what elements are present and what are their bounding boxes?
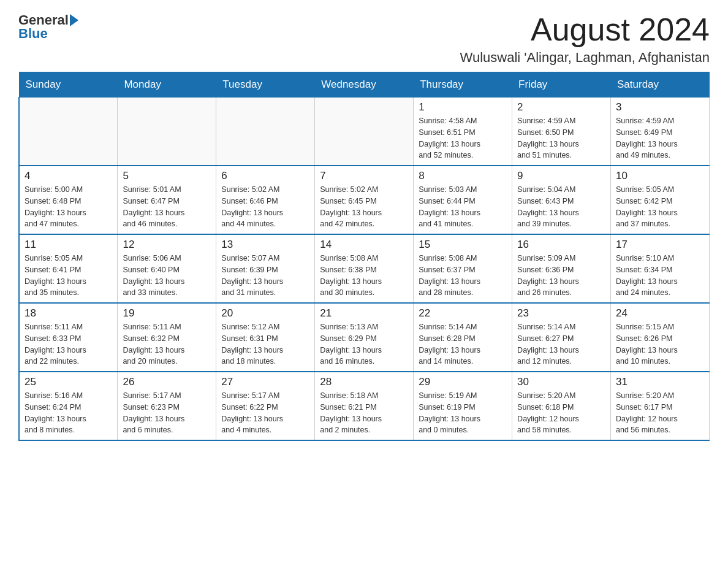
calendar-cell <box>118 98 216 166</box>
col-header-monday: Monday <box>118 72 216 98</box>
title-area: August 2024 Wuluswali 'Alingar, Laghman,… <box>460 12 710 66</box>
day-info: Sunrise: 5:17 AM Sunset: 6:23 PM Dayligh… <box>123 390 211 436</box>
day-info: Sunrise: 5:17 AM Sunset: 6:22 PM Dayligh… <box>221 390 309 436</box>
calendar-cell: 4Sunrise: 5:00 AM Sunset: 6:48 PM Daylig… <box>19 166 118 234</box>
day-number: 20 <box>221 307 309 320</box>
calendar-cell: 13Sunrise: 5:07 AM Sunset: 6:39 PM Dayli… <box>216 234 315 303</box>
day-number: 25 <box>25 376 112 388</box>
calendar-cell: 21Sunrise: 5:13 AM Sunset: 6:29 PM Dayli… <box>315 303 414 372</box>
calendar-cell: 15Sunrise: 5:08 AM Sunset: 6:37 PM Dayli… <box>414 234 512 303</box>
week-row-5: 25Sunrise: 5:16 AM Sunset: 6:24 PM Dayli… <box>19 372 710 440</box>
calendar-cell: 27Sunrise: 5:17 AM Sunset: 6:22 PM Dayli… <box>216 372 315 440</box>
day-info: Sunrise: 5:20 AM Sunset: 6:17 PM Dayligh… <box>616 390 704 436</box>
day-number: 29 <box>419 376 507 388</box>
calendar-cell: 17Sunrise: 5:10 AM Sunset: 6:34 PM Dayli… <box>611 234 710 303</box>
day-info: Sunrise: 5:08 AM Sunset: 6:38 PM Dayligh… <box>320 253 408 299</box>
day-number: 9 <box>517 170 605 182</box>
day-number: 17 <box>616 239 704 251</box>
calendar-cell: 30Sunrise: 5:20 AM Sunset: 6:18 PM Dayli… <box>512 372 611 440</box>
calendar-cell: 24Sunrise: 5:15 AM Sunset: 6:26 PM Dayli… <box>611 303 710 372</box>
day-info: Sunrise: 5:11 AM Sunset: 6:33 PM Dayligh… <box>25 321 112 367</box>
calendar-cell: 7Sunrise: 5:02 AM Sunset: 6:45 PM Daylig… <box>315 166 414 234</box>
day-number: 5 <box>123 170 211 182</box>
day-info: Sunrise: 5:01 AM Sunset: 6:47 PM Dayligh… <box>123 184 211 230</box>
day-info: Sunrise: 5:02 AM Sunset: 6:46 PM Dayligh… <box>221 184 309 230</box>
day-info: Sunrise: 5:06 AM Sunset: 6:40 PM Dayligh… <box>123 253 211 299</box>
calendar-cell: 25Sunrise: 5:16 AM Sunset: 6:24 PM Dayli… <box>19 372 118 440</box>
day-number: 26 <box>123 376 211 388</box>
day-number: 15 <box>419 239 507 251</box>
calendar-cell: 20Sunrise: 5:12 AM Sunset: 6:31 PM Dayli… <box>216 303 315 372</box>
calendar-cell: 18Sunrise: 5:11 AM Sunset: 6:33 PM Dayli… <box>19 303 118 372</box>
day-number: 22 <box>419 307 507 320</box>
day-info: Sunrise: 5:00 AM Sunset: 6:48 PM Dayligh… <box>25 184 112 230</box>
month-title: August 2024 <box>460 12 710 47</box>
day-info: Sunrise: 5:08 AM Sunset: 6:37 PM Dayligh… <box>419 253 507 299</box>
week-row-3: 11Sunrise: 5:05 AM Sunset: 6:41 PM Dayli… <box>19 234 710 303</box>
day-info: Sunrise: 5:07 AM Sunset: 6:39 PM Dayligh… <box>221 253 309 299</box>
calendar-cell: 1Sunrise: 4:58 AM Sunset: 6:51 PM Daylig… <box>414 98 512 166</box>
day-info: Sunrise: 5:02 AM Sunset: 6:45 PM Dayligh… <box>320 184 408 230</box>
calendar-cell: 29Sunrise: 5:19 AM Sunset: 6:19 PM Dayli… <box>414 372 512 440</box>
calendar-cell: 11Sunrise: 5:05 AM Sunset: 6:41 PM Dayli… <box>19 234 118 303</box>
day-info: Sunrise: 5:12 AM Sunset: 6:31 PM Dayligh… <box>221 321 309 367</box>
day-number: 19 <box>123 307 211 320</box>
logo-triangle-icon <box>70 14 78 26</box>
calendar-cell <box>216 98 315 166</box>
calendar-cell: 28Sunrise: 5:18 AM Sunset: 6:21 PM Dayli… <box>315 372 414 440</box>
day-info: Sunrise: 5:10 AM Sunset: 6:34 PM Dayligh… <box>616 253 704 299</box>
col-header-sunday: Sunday <box>19 72 118 98</box>
calendar-header-row: SundayMondayTuesdayWednesdayThursdayFrid… <box>19 72 710 98</box>
calendar-cell: 6Sunrise: 5:02 AM Sunset: 6:46 PM Daylig… <box>216 166 315 234</box>
day-number: 13 <box>221 239 309 251</box>
location-title: Wuluswali 'Alingar, Laghman, Afghanistan <box>460 50 710 66</box>
calendar-cell: 5Sunrise: 5:01 AM Sunset: 6:47 PM Daylig… <box>118 166 216 234</box>
day-number: 10 <box>616 170 704 182</box>
calendar-cell: 3Sunrise: 4:59 AM Sunset: 6:49 PM Daylig… <box>611 98 710 166</box>
col-header-friday: Friday <box>512 72 611 98</box>
col-header-thursday: Thursday <box>414 72 512 98</box>
day-number: 7 <box>320 170 408 182</box>
calendar-cell: 9Sunrise: 5:04 AM Sunset: 6:43 PM Daylig… <box>512 166 611 234</box>
day-info: Sunrise: 5:18 AM Sunset: 6:21 PM Dayligh… <box>320 390 408 436</box>
calendar-cell <box>315 98 414 166</box>
calendar-cell: 31Sunrise: 5:20 AM Sunset: 6:17 PM Dayli… <box>611 372 710 440</box>
calendar-cell <box>19 98 118 166</box>
week-row-1: 1Sunrise: 4:58 AM Sunset: 6:51 PM Daylig… <box>19 98 710 166</box>
day-info: Sunrise: 5:14 AM Sunset: 6:28 PM Dayligh… <box>419 321 507 367</box>
header: General Blue August 2024 Wuluswali 'Alin… <box>18 12 710 66</box>
day-info: Sunrise: 5:14 AM Sunset: 6:27 PM Dayligh… <box>517 321 605 367</box>
calendar-cell: 23Sunrise: 5:14 AM Sunset: 6:27 PM Dayli… <box>512 303 611 372</box>
week-row-2: 4Sunrise: 5:00 AM Sunset: 6:48 PM Daylig… <box>19 166 710 234</box>
day-number: 27 <box>221 376 309 388</box>
day-info: Sunrise: 4:58 AM Sunset: 6:51 PM Dayligh… <box>419 115 507 161</box>
day-info: Sunrise: 5:09 AM Sunset: 6:36 PM Dayligh… <box>517 253 605 299</box>
day-number: 30 <box>517 376 605 388</box>
calendar-cell: 14Sunrise: 5:08 AM Sunset: 6:38 PM Dayli… <box>315 234 414 303</box>
calendar-cell: 26Sunrise: 5:17 AM Sunset: 6:23 PM Dayli… <box>118 372 216 440</box>
col-header-wednesday: Wednesday <box>315 72 414 98</box>
day-number: 12 <box>123 239 211 251</box>
logo: General Blue <box>18 12 78 42</box>
day-info: Sunrise: 5:19 AM Sunset: 6:19 PM Dayligh… <box>419 390 507 436</box>
logo-blue: Blue <box>18 26 48 42</box>
day-number: 18 <box>25 307 112 320</box>
day-number: 8 <box>419 170 507 182</box>
calendar-cell: 22Sunrise: 5:14 AM Sunset: 6:28 PM Dayli… <box>414 303 512 372</box>
day-info: Sunrise: 5:16 AM Sunset: 6:24 PM Dayligh… <box>25 390 112 436</box>
calendar-cell: 16Sunrise: 5:09 AM Sunset: 6:36 PM Dayli… <box>512 234 611 303</box>
day-number: 28 <box>320 376 408 388</box>
calendar-cell: 19Sunrise: 5:11 AM Sunset: 6:32 PM Dayli… <box>118 303 216 372</box>
day-number: 21 <box>320 307 408 320</box>
calendar-cell: 10Sunrise: 5:05 AM Sunset: 6:42 PM Dayli… <box>611 166 710 234</box>
day-info: Sunrise: 5:15 AM Sunset: 6:26 PM Dayligh… <box>616 321 704 367</box>
day-number: 3 <box>616 101 704 113</box>
day-number: 16 <box>517 239 605 251</box>
day-number: 23 <box>517 307 605 320</box>
day-info: Sunrise: 5:05 AM Sunset: 6:42 PM Dayligh… <box>616 184 704 230</box>
day-number: 4 <box>25 170 112 182</box>
day-info: Sunrise: 5:03 AM Sunset: 6:44 PM Dayligh… <box>419 184 507 230</box>
day-number: 1 <box>419 101 507 113</box>
calendar-cell: 12Sunrise: 5:06 AM Sunset: 6:40 PM Dayli… <box>118 234 216 303</box>
day-info: Sunrise: 4:59 AM Sunset: 6:50 PM Dayligh… <box>517 115 605 161</box>
